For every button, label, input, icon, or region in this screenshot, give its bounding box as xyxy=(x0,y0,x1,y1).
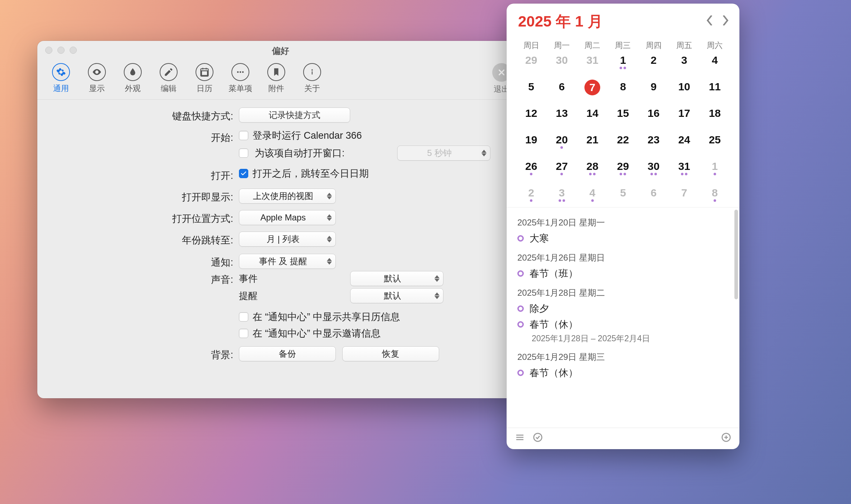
calendar-day[interactable]: 30 xyxy=(546,53,577,72)
tab-menu[interactable]: 菜单项 xyxy=(222,61,258,98)
calendar-day[interactable]: 29 xyxy=(516,53,546,72)
calendar-day[interactable]: 5 xyxy=(516,80,546,98)
event-title: 春节（班） xyxy=(530,267,578,280)
event-item[interactable]: 大寒 xyxy=(517,232,729,245)
calendar-day[interactable]: 5 xyxy=(608,186,638,204)
select-auto-open-delay[interactable]: 5 秒钟 xyxy=(397,146,490,161)
chevron-updown-icon xyxy=(327,214,332,221)
calendar-day[interactable]: 24 xyxy=(669,133,699,151)
tab-label: 显示 xyxy=(89,83,105,94)
calendar-day[interactable]: 22 xyxy=(608,133,638,151)
record-shortcut-button[interactable]: 记录快捷方式 xyxy=(239,108,350,123)
tab-appearance[interactable]: 外观 xyxy=(115,61,151,98)
calendar-day[interactable]: 30 xyxy=(638,159,669,178)
calendar-day[interactable]: 11 xyxy=(700,80,730,98)
next-month-button[interactable] xyxy=(722,15,729,28)
select-sound-events[interactable]: 默认 xyxy=(350,271,443,286)
tab-display[interactable]: 显示 xyxy=(79,61,115,98)
prev-month-button[interactable] xyxy=(706,15,713,28)
calendar-day[interactable]: 4 xyxy=(577,186,608,204)
zoom-dot[interactable] xyxy=(70,47,77,54)
checkbox-label: 登录时运行 Calendar 366 xyxy=(253,129,362,142)
calendar-day[interactable]: 6 xyxy=(546,80,577,98)
tab-about[interactable]: 关于 xyxy=(294,61,330,98)
calendar-day[interactable]: 23 xyxy=(638,133,669,151)
checkbox-auto-open-window[interactable] xyxy=(239,148,248,158)
event-title: 大寒 xyxy=(530,232,549,245)
calendar-day[interactable]: 26 xyxy=(516,159,546,178)
close-dot[interactable] xyxy=(45,47,52,54)
event-item[interactable]: 除夕 xyxy=(517,302,729,315)
tab-attachments[interactable]: 附件 xyxy=(258,61,294,98)
calendar-day[interactable]: 13 xyxy=(546,106,577,125)
label-sound: 声音: xyxy=(52,271,239,286)
calendar-day[interactable]: 8 xyxy=(700,186,730,204)
event-date-header: 2025年1月26日 星期日 xyxy=(517,252,729,263)
check-circle-icon[interactable] xyxy=(532,432,543,445)
calendar-day[interactable]: 14 xyxy=(577,106,608,125)
checkbox-run-at-login[interactable] xyxy=(239,131,248,140)
calendar-day[interactable]: 1 xyxy=(608,53,638,72)
calendar-day[interactable]: 31 xyxy=(669,159,699,178)
calendar-day[interactable]: 3 xyxy=(669,53,699,72)
calendar-day[interactable]: 7 xyxy=(669,186,699,204)
label-year-jump: 年份跳转至: xyxy=(52,232,239,247)
restore-button[interactable]: 恢复 xyxy=(342,346,439,361)
add-button[interactable] xyxy=(721,434,732,445)
window-titlebar[interactable]: 偏好 xyxy=(37,41,523,59)
droplet-icon xyxy=(124,63,142,81)
dots-icon xyxy=(231,63,249,81)
event-list[interactable]: 2025年1月20日 星期一大寒2025年1月26日 星期日春节（班）2025年… xyxy=(507,207,739,428)
calendar-day[interactable]: 19 xyxy=(516,133,546,151)
select-location-app[interactable]: Apple Maps xyxy=(239,210,336,225)
calendar-day[interactable]: 9 xyxy=(638,80,669,98)
traffic-lights[interactable] xyxy=(45,47,77,54)
calendar-day[interactable]: 10 xyxy=(669,80,699,98)
calendar-day[interactable]: 4 xyxy=(700,53,730,72)
chevron-updown-icon xyxy=(434,292,439,299)
event-title: 春节（休） xyxy=(530,366,578,379)
event-bullet-icon xyxy=(517,370,524,376)
calendar-title[interactable]: 2025 年 1 月 xyxy=(518,11,603,32)
svg-point-0 xyxy=(237,71,239,73)
list-icon[interactable] xyxy=(514,432,525,445)
event-item[interactable]: 春节（休） xyxy=(517,366,729,379)
calendar-day[interactable]: 15 xyxy=(608,106,638,125)
checkbox-nc-invite[interactable] xyxy=(239,329,248,338)
calendar-day[interactable]: 2 xyxy=(638,53,669,72)
calendar-day[interactable]: 29 xyxy=(608,159,638,178)
calendar-day[interactable]: 7 xyxy=(577,80,608,98)
minimize-dot[interactable] xyxy=(57,47,65,54)
select-notify[interactable]: 事件 及 提醒 xyxy=(239,254,336,269)
calendar-day[interactable]: 1 xyxy=(700,159,730,178)
calendar-day[interactable]: 27 xyxy=(546,159,577,178)
calendar-day[interactable]: 18 xyxy=(700,106,730,125)
tab-calendar[interactable]: 日历 xyxy=(187,61,222,98)
calendar-day[interactable]: 2 xyxy=(516,186,546,204)
chevron-updown-icon xyxy=(327,258,332,265)
event-item[interactable]: 春节（班） xyxy=(517,267,729,280)
calendar-day[interactable]: 8 xyxy=(608,80,638,98)
calendar-day[interactable]: 20 xyxy=(546,133,577,151)
scrollbar-thumb[interactable] xyxy=(734,210,738,299)
calendar-day[interactable]: 28 xyxy=(577,159,608,178)
calendar-day[interactable]: 12 xyxy=(516,106,546,125)
checkbox-jump-to-today[interactable] xyxy=(239,169,248,178)
checkbox-nc-shared[interactable] xyxy=(239,312,248,322)
tab-editing[interactable]: 编辑 xyxy=(151,61,187,98)
select-sound-reminders[interactable]: 默认 xyxy=(350,288,443,303)
backup-button[interactable]: 备份 xyxy=(239,346,336,361)
tab-general[interactable]: 通用 xyxy=(43,61,79,98)
calendar-day[interactable]: 31 xyxy=(577,53,608,72)
calendar-day[interactable]: 16 xyxy=(638,106,669,125)
calendar-day[interactable]: 6 xyxy=(638,186,669,204)
select-open-view[interactable]: 上次使用的视图 xyxy=(239,189,336,204)
chevron-updown-icon xyxy=(327,236,332,243)
event-item[interactable]: 春节（休） xyxy=(517,318,729,331)
calendar-day[interactable]: 25 xyxy=(700,133,730,151)
select-year-jump[interactable]: 月 | 列表 xyxy=(239,232,336,247)
label-keyboard-shortcut: 键盘快捷方式: xyxy=(52,108,239,123)
calendar-day[interactable]: 21 xyxy=(577,133,608,151)
calendar-day[interactable]: 3 xyxy=(546,186,577,204)
calendar-day[interactable]: 17 xyxy=(669,106,699,125)
